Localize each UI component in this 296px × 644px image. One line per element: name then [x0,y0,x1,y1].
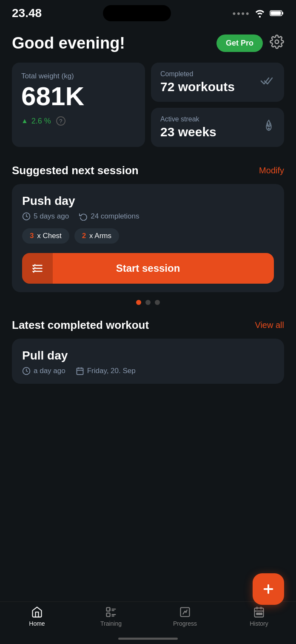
greeting-text: Good evening! [12,34,125,52]
svg-point-3 [275,40,279,44]
settings-icon[interactable] [270,34,284,52]
start-session-button[interactable]: Start session [22,253,274,284]
nav-label-progress: Progress [173,620,197,627]
help-icon[interactable]: ? [56,116,65,126]
latest-workout-section: Latest completed workout View all Pull d… [0,315,296,384]
workout-date-meta: Friday, 20. Sep [76,367,136,375]
get-pro-button[interactable]: Get Pro [216,34,263,52]
workout-time-ago: a day ago [34,367,65,375]
nav-label-history: History [250,620,268,627]
session-completions: 24 completions [91,212,139,221]
add-fab[interactable] [253,573,284,605]
session-last-done: 5 days ago [34,212,69,221]
completed-content: Completed 72 workouts [160,70,235,94]
completed-label: Completed [160,70,235,78]
up-arrow-icon: ▲ [21,117,28,125]
weight-change: ▲ 2.6 % ? [21,116,136,126]
streak-value: 23 weeks [160,125,216,139]
active-streak-card: Active streak 23 weeks [151,108,284,147]
double-checkmark-icon [260,75,275,89]
modify-button[interactable]: Modify [259,166,284,175]
completed-workouts-card: Completed 72 workouts [151,63,284,102]
dot-3[interactable] [155,300,160,305]
suggested-header: Suggested next session Modify [12,164,284,177]
workout-date: Friday, 20. Sep [87,367,136,375]
suggested-title: Suggested next session [12,164,139,177]
change-percent: 2.6 % [31,117,51,126]
session-tags: 3 x Chest 2 x Arms [22,228,274,244]
total-weight-label: Total weight (kg) [21,72,136,80]
workout-meta: a day ago Friday, 20. Sep [22,367,274,375]
svg-rect-23 [256,613,258,615]
calendar-icon [76,367,84,375]
streak-content: Active streak 23 weeks [160,115,216,139]
workout-time-meta: a day ago [22,367,65,375]
history-icon [253,606,265,618]
nav-item-home[interactable]: Home [0,606,74,627]
latest-workout-title: Latest completed workout [12,319,149,332]
header-actions: Get Pro [216,34,284,52]
nav-item-history[interactable]: History [222,606,296,627]
total-weight-value: 681K [21,83,136,109]
nav-label-training: Training [100,620,122,627]
battery-icon [270,9,284,17]
header: Good evening! Get Pro [0,24,296,59]
svg-rect-25 [261,613,262,615]
workout-name: Pull day [22,349,274,362]
svg-rect-17 [107,613,110,616]
svg-rect-19 [255,608,264,617]
dot-1[interactable] [136,300,141,305]
session-card: Push day 5 days ago 24 completions 3 x C… [12,184,284,292]
clock-icon-2 [22,367,31,375]
start-btn-icon-area [22,253,53,284]
nav-item-training[interactable]: Training [74,606,148,627]
wifi-icon [254,9,265,17]
session-meta: 5 days ago 24 completions [22,212,274,221]
status-time: 23.48 [12,6,42,20]
start-session-label: Start session [53,262,243,274]
dot-2[interactable] [145,300,151,305]
svg-rect-18 [181,608,190,617]
svg-rect-1 [282,12,283,14]
status-icons: ●●●● [232,9,284,17]
refresh-icon [79,212,88,221]
svg-rect-24 [259,613,260,615]
progress-icon [179,606,191,618]
session-completions-meta: 24 completions [79,212,139,221]
total-weight-card: Total weight (kg) 681K ▲ 2.6 % ? [12,63,145,147]
stats-grid: Total weight (kg) 681K ▲ 2.6 % ? Complet… [0,59,296,157]
completed-value: 72 workouts [160,80,235,94]
svg-rect-10 [77,368,83,374]
session-name: Push day [22,194,274,208]
tag-arms: 2 x Arms [74,228,119,244]
home-icon [31,606,43,618]
status-bar: 23.48 ●●●● [0,0,296,24]
svg-rect-2 [271,12,281,15]
tag-chest: 3 x Chest [22,228,69,244]
flame-icon [263,119,275,136]
home-indicator [118,638,178,640]
notch [103,5,171,21]
streak-label: Active streak [160,115,216,123]
nav-label-home: Home [29,620,45,627]
svg-point-4 [268,127,270,129]
training-icon [105,606,117,618]
latest-workout-header: Latest completed workout View all [12,319,284,332]
session-time-meta: 5 days ago [22,212,69,221]
carousel-dots [0,292,296,315]
list-check-icon [31,262,43,274]
clock-icon [22,212,31,221]
suggested-session-section: Suggested next session Modify Push day 5… [0,157,296,292]
workout-card: Pull day a day ago Friday, 20. Sep [12,339,284,384]
view-all-button[interactable]: View all [255,320,284,330]
signal-icon: ●●●● [232,10,250,17]
nav-item-progress[interactable]: Progress [148,606,222,627]
